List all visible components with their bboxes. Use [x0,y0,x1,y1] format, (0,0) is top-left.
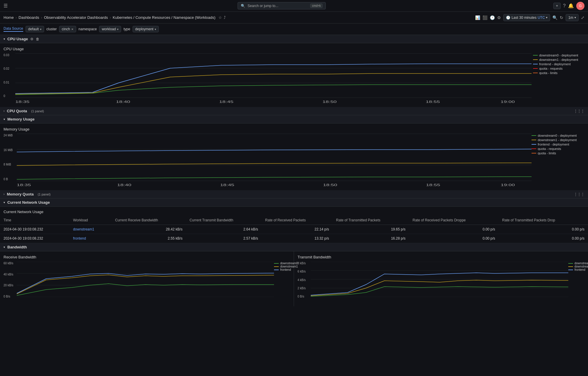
col-trans-bw: Current Transmit Bandwidth [186,216,262,225]
legend-quota-limits: quota - limits [533,71,584,75]
type-filter[interactable]: deployment ▾ [133,26,159,32]
workload-arrow-icon: ▾ [117,28,118,31]
hamburger-icon[interactable]: ☰ [4,3,8,9]
network-panel-title: Current Network Usage [4,210,44,214]
chart-icon[interactable]: 📊 [475,15,480,20]
network-chevron-icon: ▾ [4,201,5,204]
memory-quota-count: (1 panel) [38,193,50,196]
mem-legend-frontend: frontend - deployment [532,143,584,146]
cell-time: 2024-04-30 19:03:08.232 [0,225,69,234]
memory-usage-panel-title: Memory Usage [4,127,584,131]
legend-frontend-deployment: frontend - deployment [533,62,584,66]
receive-bandwidth-svg [17,262,274,297]
zoom-out-icon[interactable]: 🔍 [552,15,557,20]
cell-recv-bw: 2.55 kB/s [111,234,186,243]
default-filter[interactable]: default ▾ [26,26,44,32]
cluster-filter[interactable]: cinch ✕ [59,26,76,32]
cpu-usage-gear-icon[interactable]: ⚙ [30,37,34,41]
legend-downstream0-deployment: downstream0 - deployment [533,54,584,57]
network-title: Current Network Usage [7,200,50,205]
cell-workload[interactable]: downstream1 [69,225,111,234]
add-button[interactable]: + [553,3,561,9]
timezone-label: UTC [538,16,545,20]
cell-recv-pkt: 13.32 p/s [262,234,333,243]
cell-trans-bw: 2.64 kB/s [186,225,262,234]
network-section-header[interactable]: ▾ Current Network Usage [0,198,588,207]
notifications-icon[interactable]: 🔔 [568,3,574,9]
memory-quota-title: Memory Quota [7,192,34,196]
memory-quota-menu-icon[interactable]: ⋮⋮⋮ [574,192,584,196]
cell-workload[interactable]: frontend [69,234,111,243]
cell-trans-drop: 0.00 p/s [499,225,588,234]
memory-usage-title: Memory Usage [7,117,34,121]
svg-text:18:55: 18:55 [426,100,440,103]
cell-trans-drop: 0.00 p/s [499,234,588,243]
expand-icon[interactable]: ⤢ [581,15,584,20]
memory-usage-svg: 18:35 18:40 18:45 18:50 18:55 19:00 [17,134,532,181]
svg-text:18:50: 18:50 [323,183,338,187]
bandwidth-section-header[interactable]: ▾ Bandwidth [0,243,588,251]
settings-icon[interactable]: ⚙ [497,15,501,20]
nav-dashboards[interactable]: Dashboards [19,15,39,20]
cell-trans-bw: 2.57 kB/s [186,234,262,243]
memory-usage-section-header[interactable]: ▾ Memory Usage [0,115,588,123]
table-row: 2024-04-30 19:03:08.232 frontend 2.55 kB… [0,234,588,243]
refresh-interval[interactable]: 1m ▾ [566,14,579,21]
workload-filter[interactable]: workload ▾ [99,26,121,32]
cpu-usage-section-header[interactable]: ▾ CPU Usage ⚙ 🗑 [0,35,588,43]
col-time: Time [0,216,69,225]
time-selector[interactable]: 🕐 Last 30 minutes UTC ▾ [503,14,550,21]
help-icon[interactable]: ? [563,3,566,9]
cpu-usage-legend: downstream0 - deployment downstream1 - d… [533,54,584,75]
namespace-label: namespace [78,27,97,31]
bandwidth-panels: Receive Bandwidth 60 kB/s 40 kB/s 20 kB/… [0,251,588,306]
mem-legend-downstream0: downstream0 - deployment [532,134,584,137]
cluster-value: cinch [62,27,70,31]
svg-text:18:55: 18:55 [426,183,440,187]
nav-home[interactable]: Home [4,15,14,20]
svg-text:18:40: 18:40 [116,100,130,103]
svg-text:18:40: 18:40 [117,183,131,187]
legend-downstream1-deployment: downstream1 - deployment [533,58,584,61]
cpu-usage-trash-icon[interactable]: 🗑 [36,37,39,41]
cpu-quota-menu-icon[interactable]: ⋮⋮⋮ [574,109,584,113]
svg-text:19:00: 19:00 [501,100,515,103]
transmit-bandwidth-svg [311,262,568,297]
cluster-arrow-icon: ✕ [71,28,74,31]
col-recv-bw: Current Receive Bandwidth [111,216,186,225]
cpu-usage-panel: CPU Usage 0.03 0.02 0.01 0 18:35 18:40 1… [0,43,588,107]
nav-bar: Home › Dashboards › Observability Accele… [0,12,588,24]
clock-icon[interactable]: 🕐 [490,15,495,20]
memory-quota-chevron-icon: › [4,193,4,196]
time-label: Last 30 minutes [512,16,537,20]
search-box[interactable]: 🔍 Search or jump to... cmd+k [238,2,326,9]
nav-observability[interactable]: Observability Accelerator Dashboards [44,15,108,20]
top-right-actions: + ? 🔔 G [553,2,584,10]
svg-text:18:35: 18:35 [17,183,31,187]
cpu-usage-chevron-icon: ▾ [4,37,5,41]
search-icon: 🔍 [241,4,245,8]
cpu-quota-title: CPU Quota [7,109,27,113]
refresh-value: 1m [568,16,573,20]
mem-legend-quota-requests: quota - requests [532,147,584,151]
mem-y-1: 16 MiB [4,148,17,152]
star-icon[interactable]: ☆ [218,15,222,20]
filter-bar: Data Source default ▾ cluster cinch ✕ na… [0,24,588,35]
dashboard-icon[interactable]: ⬛ [482,15,487,20]
cpu-y-3: 0 [4,94,15,98]
mem-y-2: 8 MiB [4,163,17,166]
refresh-chevron-icon: ▾ [574,16,576,19]
memory-quota-section-header[interactable]: › Memory Quota (1 panel) ⋮⋮⋮ [0,190,588,198]
cpu-usage-chart-container: 0.03 0.02 0.01 0 18:35 18:40 18:45 18:50… [4,54,584,103]
cpu-quota-section-header[interactable]: › CPU Quota (1 panel) ⋮⋮⋮ [0,107,588,115]
nav-kubernetes[interactable]: Kubernetes / Compute Resources / Namespa… [113,15,215,20]
default-value: default [28,27,39,31]
cpu-y-1: 0.02 [4,67,15,70]
keyboard-shortcut: cmd+k [310,4,323,8]
search-placeholder: Search or jump to... [248,4,308,8]
default-arrow-icon: ▾ [40,28,41,31]
user-avatar[interactable]: G [576,2,584,10]
refresh-icon[interactable]: ↻ [560,15,563,20]
cell-recv-drop: 0.00 p/s [409,234,499,243]
share-icon[interactable]: ⤴ [224,15,226,20]
